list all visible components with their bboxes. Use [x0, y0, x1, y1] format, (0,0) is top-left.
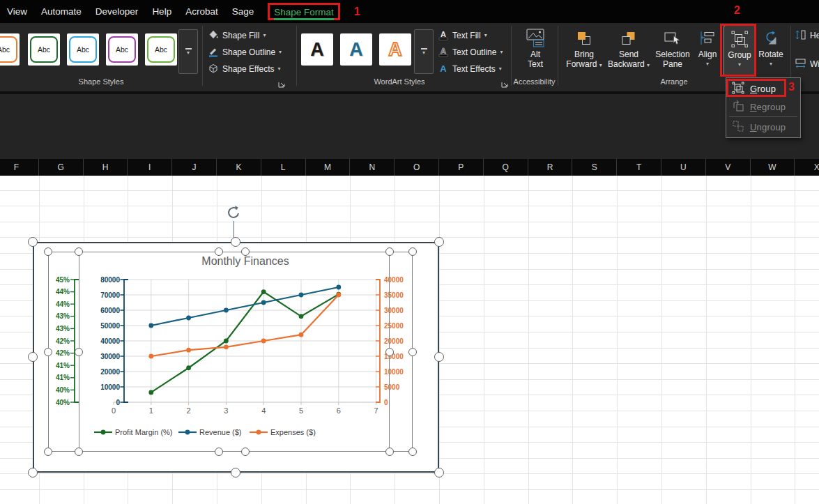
selection-handle[interactable]: [434, 352, 444, 362]
chevron-down-icon: ▾: [484, 33, 487, 38]
annotation-box-2: [720, 24, 756, 77]
button-shape-outline[interactable]: Shape Outline▾: [208, 45, 282, 60]
shape-styles-dialog-launcher-icon[interactable]: [278, 79, 286, 87]
selection-handle[interactable]: [241, 247, 250, 256]
label2: Backward ▾: [608, 59, 650, 69]
button-text-outline[interactable]: AText Outline▾: [438, 45, 503, 60]
selection-pane-button[interactable]: SelectionPane: [652, 25, 693, 75]
alt-text-button[interactable]: Alt Text: [516, 25, 555, 75]
excel-window: ViewAutomateDeveloperHelpAcrobatSage Sha…: [0, 0, 819, 504]
alt-text-icon: [525, 27, 546, 49]
menubar-tab-sage[interactable]: Sage: [232, 6, 254, 17]
column-header-l[interactable]: L: [261, 159, 306, 176]
wordart-style-thumbnail[interactable]: A: [340, 33, 372, 66]
menu-item-ungroup: Ungroup: [726, 118, 800, 136]
chart-selection-frame-b[interactable]: [79, 252, 413, 452]
shape-style-thumbnail[interactable]: Abc: [106, 33, 138, 66]
label2: Pane: [663, 59, 682, 69]
group-label-accessibility: Accessibility: [511, 77, 558, 89]
selection-handle[interactable]: [408, 247, 417, 256]
menubar-tab-automate[interactable]: Automate: [41, 6, 82, 17]
column-header-r[interactable]: R: [528, 159, 573, 176]
column-header-s[interactable]: S: [572, 159, 617, 176]
label: Rotate: [758, 49, 783, 59]
column-header-h[interactable]: H: [84, 159, 128, 176]
selection-handle[interactable]: [215, 448, 223, 456]
selection-handle[interactable]: [385, 247, 394, 256]
column-header-o[interactable]: O: [395, 159, 439, 176]
group-label-wordart-styles: WordArt Styles: [296, 77, 503, 89]
shape-style-thumbnail[interactable]: Abc: [67, 33, 99, 66]
column-header-w[interactable]: W: [751, 159, 795, 176]
send-backward-icon: [621, 27, 636, 49]
column-header-v[interactable]: V: [706, 159, 751, 176]
selection-handle[interactable]: [231, 237, 240, 247]
tab-shape-format[interactable]: Shape Format: [274, 7, 334, 20]
selection-handle[interactable]: [241, 448, 250, 456]
selection-handle[interactable]: [231, 468, 240, 478]
selection-handle[interactable]: [75, 348, 83, 356]
wordart-style-thumbnail[interactable]: A: [301, 33, 333, 66]
formula-bar-area: [0, 94, 819, 159]
shape-styles-more-button[interactable]: ▾: [178, 29, 198, 74]
button-shape-fill[interactable]: Shape Fill▾: [208, 28, 266, 43]
chevron-down-icon: ▾: [499, 66, 502, 72]
menubar-tab-view[interactable]: View: [7, 6, 27, 17]
selection-handle[interactable]: [75, 247, 83, 256]
selection-handle[interactable]: [408, 348, 417, 356]
selection-handle[interactable]: [408, 448, 417, 456]
shape-style-thumbnail[interactable]: Abc: [0, 33, 20, 66]
column-header-u[interactable]: U: [661, 159, 706, 176]
column-header-t[interactable]: T: [617, 159, 661, 176]
ribbon: AbcAbcAbcAbcAbc▾ Shape Fill▾Shape Outlin…: [0, 23, 819, 94]
bring-forward-button[interactable]: BringForward ▾: [563, 25, 605, 75]
button-text-fill[interactable]: AText Fill▾: [438, 28, 487, 43]
menubar-tab-acrobat[interactable]: Acrobat: [185, 6, 218, 17]
wordart-style-thumbnail[interactable]: A: [379, 33, 411, 66]
shape-style-preview: Abc: [0, 36, 17, 63]
menubar-tab-help[interactable]: Help: [152, 6, 171, 17]
button-shape-effects[interactable]: Shape Effects▾: [208, 61, 281, 77]
shape-style-thumbnail[interactable]: Abc: [28, 33, 60, 66]
selection-handle[interactable]: [75, 448, 83, 456]
selection-handle[interactable]: [385, 448, 394, 456]
wordart-styles-dialog-launcher-icon[interactable]: [501, 79, 510, 87]
column-header-n[interactable]: N: [350, 159, 395, 176]
column-header-f[interactable]: F: [0, 159, 39, 176]
shape-style-thumbnail[interactable]: Abc: [145, 33, 177, 66]
menubar-tab-developer[interactable]: Developer: [95, 6, 139, 17]
menu-divider: [729, 116, 797, 117]
column-header-i[interactable]: I: [128, 159, 172, 176]
selection-handle[interactable]: [44, 348, 52, 356]
selection-handle[interactable]: [44, 247, 52, 256]
selection-handle[interactable]: [28, 352, 38, 362]
align-button[interactable]: Align▾: [693, 25, 722, 75]
button-text-effects[interactable]: AText Effects▾: [438, 61, 502, 77]
shape-width-field[interactable]: Wi: [795, 56, 819, 72]
height-icon: [795, 29, 806, 43]
column-header-x[interactable]: X: [795, 159, 819, 176]
shape-height-field[interactable]: He: [795, 28, 819, 43]
selection-handle[interactable]: [434, 237, 444, 247]
rotate-handle-icon[interactable]: [225, 205, 242, 222]
selection-handle[interactable]: [434, 468, 444, 478]
align-icon: [700, 27, 715, 49]
send-backward-button[interactable]: SendBackward ▾: [606, 25, 651, 75]
column-header-k[interactable]: K: [217, 159, 261, 176]
width-label: Wi: [810, 59, 819, 69]
label: Send: [619, 49, 638, 59]
column-header-q[interactable]: Q: [484, 159, 528, 176]
chevron-down-icon: ▾: [770, 59, 772, 69]
selection-handle[interactable]: [44, 448, 52, 456]
wordart-styles-more-button[interactable]: ▾: [414, 29, 434, 74]
column-header-g[interactable]: G: [39, 159, 84, 176]
selection-handle[interactable]: [28, 468, 38, 478]
column-header-p[interactable]: P: [439, 159, 484, 176]
rotate-button[interactable]: Rotate▾: [756, 25, 786, 75]
selection-handle[interactable]: [215, 247, 223, 256]
label: Shape Effects: [222, 64, 275, 74]
column-header-j[interactable]: J: [172, 159, 217, 176]
selection-handle[interactable]: [28, 237, 38, 247]
selection-handle[interactable]: [385, 348, 394, 356]
column-header-m[interactable]: M: [306, 159, 351, 176]
